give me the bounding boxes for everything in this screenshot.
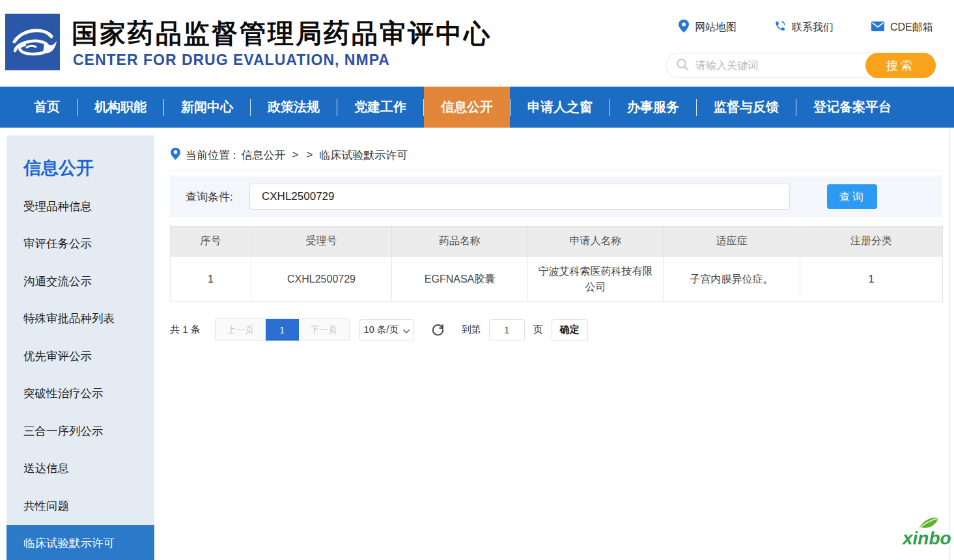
nav-item-news[interactable]: 新闻中心 xyxy=(164,87,250,128)
page-size-select[interactable]: 10 条/页 xyxy=(359,319,414,341)
sidebar: 信息公开 受理品种信息 审评任务公示 沟通交流公示 特殊审批品种列表 优先审评公… xyxy=(7,135,154,560)
sidebar-item-breakthrough-therapy[interactable]: 突破性治疗公示 xyxy=(7,375,154,413)
table-header-registration-class: 注册分类 xyxy=(800,227,943,257)
cde-logo xyxy=(5,14,60,70)
cell-index: 1 xyxy=(171,257,251,302)
sidebar-item-common-issues[interactable]: 共性问题 xyxy=(7,487,154,525)
confirm-button[interactable]: 确定 xyxy=(552,319,588,341)
search-bar: 搜索 xyxy=(666,53,936,78)
query-panel: 查询条件: 查询 xyxy=(170,176,942,217)
breadcrumb: 当前位置 : 信息公开 > > 临床试验默示许可 xyxy=(171,147,408,163)
chevron-down-icon xyxy=(403,325,410,335)
nav-item-info-disclosure[interactable]: 信息公开 xyxy=(424,87,510,128)
sidebar-item-three-in-one[interactable]: 三合一序列公示 xyxy=(7,412,154,450)
location-pin-icon xyxy=(679,20,689,35)
cde-mail-label: CDE邮箱 xyxy=(890,21,933,35)
page: 国家药品监督管理局药品审评中心 CENTER FOR DRUG EVALUATI… xyxy=(0,0,954,560)
cell-registration-class: 1 xyxy=(800,257,943,302)
pagination-group: 上一页 1 下一页 xyxy=(215,318,350,341)
nav-item-supervision-feedback[interactable]: 监督与反馈 xyxy=(697,87,796,128)
query-input[interactable] xyxy=(249,184,790,210)
breadcrumb-separator: > xyxy=(292,148,298,161)
contact-link[interactable]: 联系我们 xyxy=(774,20,834,35)
sidebar-item-review-task[interactable]: 审评任务公示 xyxy=(7,225,154,263)
results-table: 序号 受理号 药品名称 申请人名称 适应症 注册分类 1 CXHL2500729… xyxy=(170,226,943,302)
table-header-row: 序号 受理号 药品名称 申请人名称 适应症 注册分类 xyxy=(171,227,943,257)
pagination-total: 共 1 条 xyxy=(170,324,201,336)
cell-applicant: 宁波艾科索医药科技有限公司 xyxy=(528,257,664,302)
cell-drug-name: EGFNASA胶囊 xyxy=(392,257,528,302)
sidebar-item-accepted-product-info[interactable]: 受理品种信息 xyxy=(7,188,154,225)
page-number-active[interactable]: 1 xyxy=(266,319,299,341)
xinbo-wordmark: xinbo xyxy=(903,528,951,549)
sidebar-item-special-approval-list[interactable]: 特殊审批品种列表 xyxy=(7,300,154,338)
breadcrumb-divider xyxy=(170,171,942,171)
sitemap-label: 网站地图 xyxy=(695,21,737,35)
query-button[interactable]: 查询 xyxy=(827,184,877,209)
sidebar-item-delivery-info[interactable]: 送达信息 xyxy=(7,450,154,488)
table-row: 1 CXHL2500729 EGFNASA胶囊 宁波艾科索医药科技有限公司 子宫… xyxy=(171,257,943,302)
goto-page-input[interactable] xyxy=(489,319,525,341)
prev-page-button[interactable]: 上一页 xyxy=(216,319,266,341)
cell-acceptance-no: CXHL2500729 xyxy=(251,257,392,302)
phone-icon xyxy=(774,20,786,35)
table-header-index: 序号 xyxy=(171,227,251,257)
nav-item-home[interactable]: 首页 xyxy=(17,87,77,128)
query-label: 查询条件: xyxy=(186,176,233,217)
sidebar-item-priority-review[interactable]: 优先审评公示 xyxy=(7,337,154,375)
nav-item-policies[interactable]: 政策法规 xyxy=(251,87,337,128)
nav-item-services[interactable]: 办事服务 xyxy=(610,87,696,128)
main-nav: 首页 机构职能 新闻中心 政策法规 党建工作 信息公开 申请人之窗 办事服务 监… xyxy=(0,87,954,128)
xinbo-logo: xinbo xyxy=(903,519,954,555)
refresh-icon[interactable] xyxy=(430,322,445,337)
header: 国家药品监督管理局药品审评中心 CENTER FOR DRUG EVALUATI… xyxy=(0,0,954,87)
table-header-applicant: 申请人名称 xyxy=(528,227,664,257)
site-subtitle: CENTER FOR DRUG EVALUATION, NMPA xyxy=(73,51,390,69)
table-header-drug-name: 药品名称 xyxy=(392,227,528,257)
cde-mail-link[interactable]: CDE邮箱 xyxy=(871,21,933,35)
cell-indication: 子宫内膜异位症。 xyxy=(664,257,800,302)
breadcrumb-current: 临床试验默示许可 xyxy=(319,148,408,163)
breadcrumb-prefix: 当前位置 : xyxy=(186,148,236,163)
pagination: 共 1 条 上一页 1 下一页 10 条/页 到第 页 确定 xyxy=(170,318,588,341)
envelope-icon xyxy=(871,21,884,34)
goto-page-label: 到第 xyxy=(462,324,481,336)
top-links: 网站地图 联系我们 CDE邮箱 xyxy=(679,20,933,35)
content-right-border xyxy=(949,128,950,560)
nav-item-party-building[interactable]: 党建工作 xyxy=(337,87,423,128)
sitemap-link[interactable]: 网站地图 xyxy=(679,20,737,35)
contact-label: 联系我们 xyxy=(792,21,834,35)
nav-item-registration-platform[interactable]: 登记备案平台 xyxy=(796,87,908,128)
table-header-acceptance-no: 受理号 xyxy=(251,227,392,257)
page-size-value: 10 条/页 xyxy=(364,324,399,336)
page-unit-label: 页 xyxy=(533,324,543,336)
breadcrumb-separator: > xyxy=(306,148,313,161)
site-title: 国家药品监督管理局药品审评中心 xyxy=(72,16,492,51)
sidebar-item-communication[interactable]: 沟通交流公示 xyxy=(7,262,154,300)
nav-item-applicant-window[interactable]: 申请人之窗 xyxy=(511,87,610,128)
breadcrumb-section[interactable]: 信息公开 xyxy=(241,148,285,163)
search-button[interactable]: 搜索 xyxy=(865,53,936,78)
search-icon xyxy=(676,58,689,74)
sidebar-title: 信息公开 xyxy=(7,135,154,188)
table-header-indication: 适应症 xyxy=(664,227,800,257)
next-page-button[interactable]: 下一页 xyxy=(299,319,349,341)
breadcrumb-pin-icon xyxy=(171,147,180,163)
sidebar-item-clinical-trial-implied-license[interactable]: 临床试验默示许可 xyxy=(7,525,154,560)
nav-item-functions[interactable]: 机构职能 xyxy=(77,87,163,128)
